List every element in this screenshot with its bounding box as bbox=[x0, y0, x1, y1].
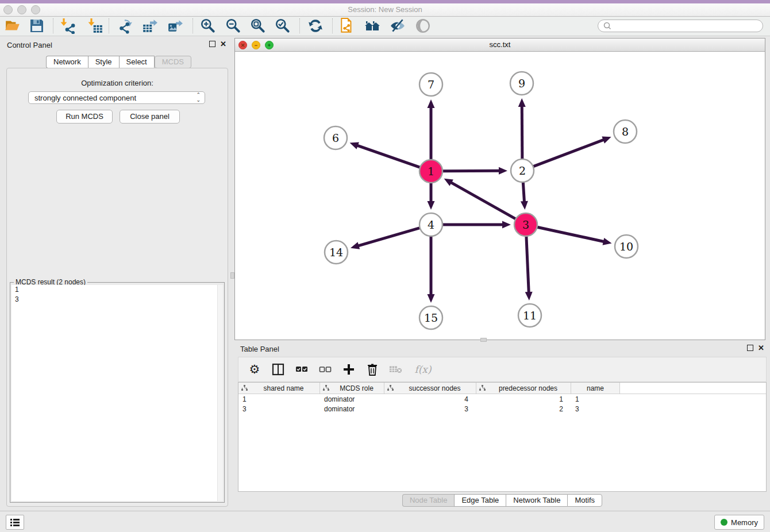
criterion-select[interactable]: strongly connected component ⌃⌄ bbox=[28, 91, 205, 104]
graph-edge-1-2[interactable] bbox=[442, 171, 500, 171]
graph-node-label-3: 3 bbox=[522, 218, 529, 231]
select-stepper-icon: ⌃⌄ bbox=[196, 92, 201, 103]
table-cell: 1 bbox=[476, 395, 571, 403]
import-network-icon[interactable] bbox=[57, 17, 78, 34]
graph-arrowhead-4-3 bbox=[502, 221, 511, 229]
graph-arrowhead-1-2 bbox=[499, 167, 507, 175]
search-box bbox=[598, 20, 763, 32]
graph-edge-2-9[interactable] bbox=[522, 106, 522, 159]
column-header-MCDS-role[interactable]: MCDS role bbox=[320, 383, 384, 394]
graph-arrowhead-3-10 bbox=[603, 238, 612, 245]
table-cell: 1 bbox=[571, 395, 620, 403]
delete-column-icon[interactable] bbox=[365, 363, 379, 376]
first-neighbors-icon[interactable] bbox=[362, 17, 383, 34]
vertical-splitter-handle[interactable] bbox=[230, 272, 234, 279]
network-window-titlebar: ✕ − + scc.txt bbox=[235, 38, 765, 52]
graph-node-label-1: 1 bbox=[428, 165, 434, 178]
tab-select[interactable]: Select bbox=[119, 56, 155, 68]
tab-node-table[interactable]: Node Table bbox=[402, 494, 455, 507]
table-settings-icon[interactable]: ⚙ bbox=[248, 363, 261, 376]
zoom-fit-icon[interactable] bbox=[248, 17, 268, 34]
column-header-name[interactable]: name bbox=[571, 383, 620, 394]
titlebar: Session: New Session bbox=[0, 3, 770, 17]
toggle-panes-icon[interactable] bbox=[271, 363, 285, 376]
graph-edge-1-6[interactable] bbox=[357, 145, 420, 168]
run-mcds-button[interactable]: Run MCDS bbox=[56, 110, 113, 124]
open-file-icon[interactable] bbox=[2, 17, 23, 34]
table-row[interactable]: 3dominator323 bbox=[238, 404, 766, 414]
control-panel-title: Control Panel bbox=[7, 41, 52, 49]
table-panel: Table Panel ✕ ⚙ f(x) shared nameMCDS rol… bbox=[234, 342, 770, 510]
memory-button[interactable]: Memory bbox=[714, 515, 764, 530]
mcds-result-list[interactable]: 13 bbox=[11, 285, 223, 501]
save-session-icon[interactable] bbox=[26, 17, 47, 34]
tab-style[interactable]: Style bbox=[88, 56, 119, 68]
network-from-selection-icon[interactable] bbox=[337, 17, 357, 34]
column-type-icon bbox=[241, 385, 248, 391]
tab-network[interactable]: Network bbox=[46, 56, 88, 68]
table-float-icon[interactable] bbox=[747, 345, 753, 351]
table-close-icon[interactable]: ✕ bbox=[758, 345, 764, 351]
table-row[interactable]: 1dominator411 bbox=[238, 394, 766, 404]
deselect-all-columns-icon[interactable] bbox=[318, 363, 332, 376]
table-cell: 3 bbox=[238, 405, 320, 413]
graph-edge-2-8[interactable] bbox=[533, 140, 605, 167]
tab-motifs[interactable]: Motifs bbox=[567, 494, 602, 507]
result-scrollbar[interactable] bbox=[217, 285, 223, 501]
zoom-out-icon[interactable] bbox=[223, 17, 244, 34]
graph-edge-4-14[interactable] bbox=[357, 228, 419, 246]
column-header-successor-nodes[interactable]: successor nodes bbox=[384, 383, 476, 394]
graph-node-label-10: 10 bbox=[619, 240, 633, 253]
show-all-icon bbox=[413, 17, 433, 34]
float-panel-icon[interactable] bbox=[209, 41, 215, 47]
function-builder-icon: f(x) bbox=[413, 363, 433, 376]
table-cell: 3 bbox=[571, 405, 620, 413]
graph-node-label-14: 14 bbox=[329, 246, 343, 259]
column-header-shared-name[interactable]: shared name bbox=[238, 383, 320, 394]
zoom-in-icon[interactable] bbox=[198, 17, 218, 34]
status-bar: Memory bbox=[0, 511, 770, 532]
optimization-criterion-label: Optimization criterion: bbox=[7, 79, 228, 87]
graph-edge-3-1[interactable] bbox=[451, 182, 516, 219]
node-table: shared nameMCDS rolesuccessor nodesprede… bbox=[238, 382, 767, 492]
network-canvas[interactable]: 7968124314101511 bbox=[235, 51, 765, 340]
tab-network-table[interactable]: Network Table bbox=[506, 494, 567, 507]
apply-layout-icon[interactable] bbox=[305, 17, 326, 34]
network-view-window: ✕ − + scc.txt 7968124314101511 bbox=[234, 38, 765, 340]
select-all-columns-icon[interactable] bbox=[295, 363, 309, 376]
table-cell: dominator bbox=[320, 405, 384, 413]
export-network-icon[interactable] bbox=[115, 17, 136, 34]
search-icon bbox=[602, 20, 613, 32]
add-column-icon[interactable] bbox=[342, 363, 356, 376]
tab-edge-table[interactable]: Edge Table bbox=[454, 494, 506, 507]
import-table-icon[interactable] bbox=[85, 17, 106, 34]
tab-mcds[interactable]: MCDS bbox=[155, 56, 191, 68]
network-title: scc.txt bbox=[235, 38, 765, 51]
column-type-icon bbox=[323, 385, 329, 391]
graph-edge-3-11[interactable] bbox=[526, 236, 529, 293]
export-image-icon[interactable] bbox=[165, 17, 186, 34]
graph-arrowhead-1-7 bbox=[428, 99, 435, 108]
result-line: 3 bbox=[11, 295, 223, 304]
search-input[interactable] bbox=[613, 21, 763, 30]
task-history-button[interactable] bbox=[6, 515, 24, 530]
horizontal-splitter-handle[interactable] bbox=[480, 338, 487, 342]
memory-label: Memory bbox=[731, 518, 758, 527]
graph-edge-2-3[interactable] bbox=[523, 182, 524, 202]
zoom-selected-icon[interactable] bbox=[272, 17, 293, 34]
hide-selected-icon[interactable] bbox=[387, 17, 408, 34]
table-toolbar: ⚙ f(x) bbox=[238, 357, 767, 382]
graph-node-label-7: 7 bbox=[428, 78, 434, 91]
table-cell: dominator bbox=[320, 395, 384, 403]
column-type-icon bbox=[479, 385, 486, 391]
graph-arrowhead-4-15 bbox=[428, 294, 435, 303]
close-panel-icon[interactable]: ✕ bbox=[220, 41, 226, 47]
graph-edge-3-10[interactable] bbox=[537, 227, 605, 241]
table-cell: 4 bbox=[384, 395, 476, 403]
graph-node-label-4: 4 bbox=[428, 218, 434, 231]
table-tabs: Node Table Edge Table Network Table Moti… bbox=[234, 494, 770, 507]
graph-node-label-11: 11 bbox=[523, 309, 537, 322]
close-panel-button[interactable]: Close panel bbox=[120, 110, 180, 124]
column-header-predecessor-nodes[interactable]: predecessor nodes bbox=[476, 383, 571, 394]
export-table-icon[interactable] bbox=[140, 17, 160, 34]
